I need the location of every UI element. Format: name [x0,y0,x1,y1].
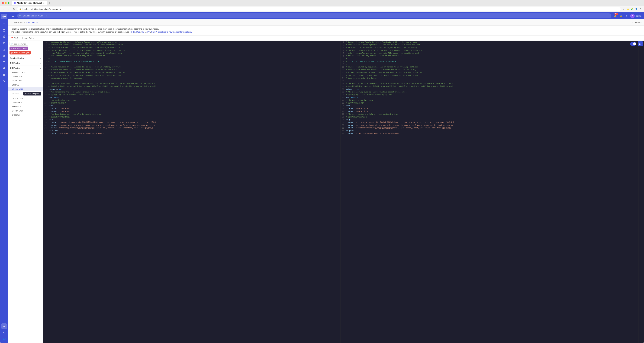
action-separator: | [20,37,20,39]
sidebar-item-menu[interactable]: ☰ [1,21,7,27]
address-box[interactable]: 🔒 localhost:4200/setting/define?app=ubun… [17,7,621,11]
centos-label: Centos Linux [12,97,23,100]
sidebar-item-grid[interactable] [1,72,7,78]
logo[interactable] [1,14,7,19]
top-section: ⌂ DashBoard / Ubuntu Linux Collapse ▾ He… [8,19,644,41]
sidebar-item-notify[interactable] [1,65,7,71]
freebsd-label: OS FreeBSD [12,101,23,104]
settings-icon[interactable]: ⚙ [624,14,629,18]
code-pane-left[interactable]: 1# Licensed to the Apache Software Found… [43,41,341,343]
nav-item-fedora[interactable]: Fedora CoreOS [8,70,43,75]
sidebar-item-settings[interactable]: ⚙ [1,330,7,336]
topbar-right: 🔔 99+ 🔒 ⚙ A admin [613,14,642,18]
toggle-switch[interactable] [630,42,636,46]
new-icon: + [11,47,12,49]
notification-button[interactable]: 🔔 99+ [613,14,618,18]
sidebar: ☰ ⊞ ◎ [0,12,8,343]
editor-settings-button[interactable] [638,41,643,46]
fedora-label: Fedora CoreOS [12,71,26,74]
topbar-menu-icon[interactable]: ☰ [11,14,15,18]
nav-item-alma[interactable]: AlmaLinux [8,105,43,109]
profile-icon[interactable]: 👤 [634,7,638,11]
svg-marker-9 [3,61,5,63]
delete-monitor-type-button[interactable]: 🗑 Delete Monitor Type [10,51,30,54]
sidebar-item-monitor[interactable]: ◎ [1,46,7,52]
sidebar-item-world[interactable]: 🌐 [1,336,7,342]
oslinux-label: OS Linux [12,114,20,116]
nav-item-rocky[interactable]: Rocky Linux [8,79,43,83]
link-http[interactable]: HTTP [130,31,134,33]
bookmark-icon[interactable]: ☆ [622,7,626,11]
user-guide-link[interactable]: ℹ User Guide [22,37,34,39]
svg-rect-13 [4,75,5,76]
sidebar-item-filter[interactable] [1,59,7,65]
file-button[interactable]: 📄 app-ubuntu.yml [10,42,28,46]
sidebar-item-github[interactable] [1,27,7,33]
link-jdbc[interactable]: JDBC [136,31,140,33]
svg-point-2 [4,16,5,17]
nav-group-os-header[interactable]: OS Monitor ▴ [8,66,43,70]
link-snmp[interactable]: SNMP [151,31,156,33]
user-avatar[interactable]: A [630,14,635,18]
minimize-button[interactable] [5,2,7,4]
breadcrumb-home[interactable]: ⌂ DashBoard [11,21,23,23]
app-window: Monitor Template - HertzBeat ✕ + ⋯ ‹ › ↻… [0,0,644,343]
link-ssh[interactable]: SSH [142,31,146,33]
editor-main: 📄 app-ubuntu.yml + New Monitor Type 🗑 De… [8,41,644,343]
nav-item-freebsd[interactable]: OS FreeBSD [8,101,43,105]
collapse-button[interactable]: Collapse ▾ [632,21,642,23]
new-tab-button[interactable]: + [48,1,51,5]
back-button[interactable]: ‹ [2,7,6,11]
extension-icon[interactable]: 🧩 [630,7,634,11]
nav-item-opensuse[interactable]: OpenSUSE [8,75,43,79]
lock-icon[interactable]: 🔒 [619,14,623,18]
code-pane-right[interactable]: 1# Licensed to the Apache Software Found… [341,41,638,343]
app-layout: ☰ ⊞ ◎ [0,12,644,343]
refresh-button[interactable]: ↻ [12,7,16,11]
breadcrumb-current[interactable]: Ubuntu Linux [26,21,38,23]
nav-item-ubuntu[interactable]: Ubuntu Linux [8,87,43,91]
nav-item-debian[interactable]: Debian Linux [8,109,43,113]
new-monitor-type-button[interactable]: + New Monitor Type [10,46,28,50]
code-editor: 1# Licensed to the Apache Software Found… [43,41,644,343]
more-icon[interactable]: ⋮ [638,7,642,11]
forward-button[interactable]: › [7,7,11,11]
active-tab[interactable]: Monitor Template - HertzBeat ✕ [12,1,47,5]
nav-item-redhat[interactable]: Red Hat Monitor Template [8,91,43,96]
sidebar-item-alert[interactable] [1,53,7,59]
close-button[interactable] [2,2,4,4]
file-icon: 📄 [11,43,14,45]
action-bar: ❓ FAQ | ℹ User Guide [8,36,644,41]
nav-group-db: DB Monitor ▾ [8,61,43,66]
notification-badge: 99+ [614,13,618,15]
link-jmx[interactable]: JMX [146,31,150,33]
nav-item-oslinux[interactable]: OS Linux [8,113,43,117]
tab-close-button[interactable]: ✕ [43,2,45,4]
window-controls: ⋯ [640,2,642,4]
db-monitor-label: DB Monitor [10,62,20,64]
collapse-label: Collapse [632,21,640,23]
sidebar-item-tag[interactable] [1,78,7,84]
tab-title: Monitor Template - HertzBeat [17,2,42,4]
maximize-button[interactable] [8,2,10,4]
debian-label: Debian Linux [12,110,23,112]
os-monitor-label: OS Monitor [10,67,20,69]
topbar: ☰ 🔍 Search: Monitor Name、IP 🔔 99+ 🔒 ⚙ A … [8,12,644,19]
star-icon[interactable]: ⭐ [626,7,630,11]
sidebar-item-dashboard[interactable]: ⊞ [1,40,7,46]
breadcrumb-home-label: DashBoard [13,21,23,23]
sidebar-item-template[interactable] [1,323,7,329]
faq-link[interactable]: ❓ FAQ [11,37,18,39]
nav-item-euler[interactable]: EulerOS [8,83,43,87]
nav-item-centos[interactable]: Centos Linux [8,96,43,101]
search-input[interactable]: 🔍 Search: Monitor Name、IP [17,13,611,18]
service-monitor-label: Service Monitor [10,57,24,59]
nav-panel: 📄 app-ubuntu.yml + New Monitor Type 🗑 De… [8,41,43,343]
nav-group-service-header[interactable]: Service Monitor ▾ [8,56,43,61]
nav-group-db-header[interactable]: DB Monitor ▾ [8,61,43,65]
nav-group-os: OS Monitor ▴ Fedora CoreOS OpenSUSE R [8,66,43,117]
sidebar-item-globe[interactable] [1,34,7,39]
tab-favicon [14,2,16,4]
link-templates[interactable]: Click here to view the monitor templates… [158,31,192,33]
url-text: localhost:4200/setting/define?app=ubuntu [22,8,61,10]
